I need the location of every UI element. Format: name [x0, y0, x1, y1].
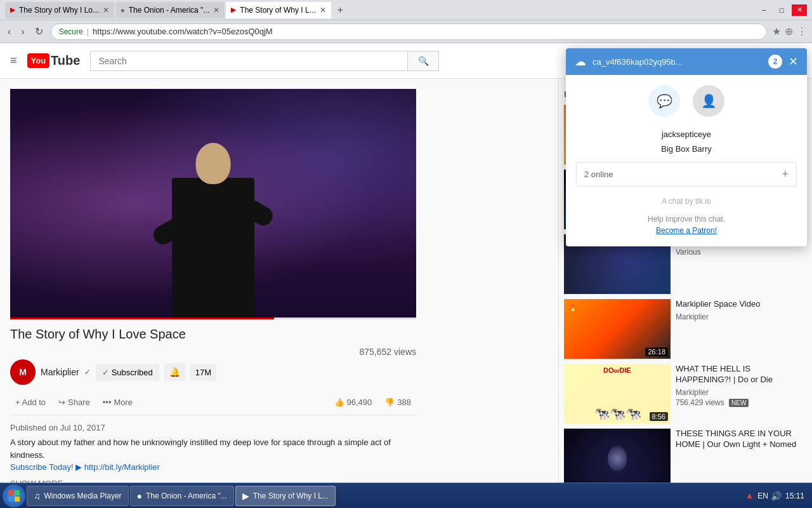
recommended-1[interactable]: DOorDIE 🐄🐄🐄 8:56 WHAT THE HELL IS HAPPEN…: [564, 364, 812, 424]
logo-blue: [8, 497, 13, 502]
extension-button[interactable]: ⊕: [785, 25, 793, 37]
publish-date: Published on Jul 10, 2017: [10, 423, 416, 432]
share-icon: ↪: [58, 398, 65, 407]
youtube-logo[interactable]: You Tube: [27, 53, 81, 68]
rec1-thumb: DOorDIE 🐄🐄🐄 8:56: [564, 364, 671, 424]
refresh-button[interactable]: ↻: [32, 25, 46, 37]
chat-id: ca_v4f636kap02yq95b...: [593, 57, 762, 67]
dots-icon: •••: [103, 398, 112, 407]
chat-add-button[interactable]: +: [782, 168, 789, 181]
chat-cloud-icon: ☁: [575, 55, 586, 69]
more-button[interactable]: ••• More: [98, 395, 138, 410]
onion-icon: ●: [137, 491, 142, 501]
minimize-button[interactable]: −: [756, 4, 771, 16]
checkmark-icon: ✓: [102, 368, 109, 377]
tab-3[interactable]: ▶ The Story of Why I L... ✕: [226, 2, 331, 18]
tab2-close[interactable]: ✕: [213, 6, 219, 15]
taskbar: ♫ Windows Media Player ● The Onion - Ame…: [0, 483, 812, 508]
speech-avatar: 💬: [648, 85, 680, 117]
subscribe-today-link[interactable]: Subscribe Today! ▶ http://bit.ly/Markipl…: [10, 462, 160, 472]
menu-button[interactable]: ⋮: [797, 25, 807, 37]
progress-fill: [10, 318, 274, 319]
tab-2[interactable]: ● The Onion - America "... ✕: [115, 2, 225, 18]
browser-titlebar: ▶ The Story of Why I Lo... ✕ ● The Onion…: [0, 0, 812, 20]
search-button[interactable]: 🔍: [407, 51, 439, 71]
taskbar-item-mediaplayer[interactable]: ♫ Windows Media Player: [27, 486, 129, 506]
sound-icon: 🔊: [771, 491, 782, 501]
mediaplayer-icon: ♫: [34, 491, 41, 501]
rec1-channel: Markiplier: [676, 388, 807, 397]
rec2-visual: [564, 429, 671, 485]
chat-avatars: 💬 👤: [576, 85, 797, 117]
recommended-2[interactable]: THESE THINGS ARE IN YOUR HOME | Our Own …: [564, 429, 812, 485]
channel-name[interactable]: Markiplier: [41, 367, 79, 377]
person-head: [196, 143, 231, 184]
chat-count: 2: [768, 55, 782, 69]
subscriber-count[interactable]: 17M: [190, 364, 216, 381]
tab1-close[interactable]: ✕: [103, 6, 109, 15]
chat-popup: ☁ ca_v4f636kap02yq95b... 2 ✕ 💬 👤 jacksep…: [566, 48, 807, 246]
youtube-logo-box: You: [27, 53, 50, 68]
sidebar-thumb-4: 🔥 26:18: [564, 299, 671, 359]
progress-bar[interactable]: [10, 318, 416, 319]
patron-link[interactable]: Become a Patron!: [656, 226, 717, 235]
channel-avatar[interactable]: M: [10, 359, 36, 385]
fire-text: 🔥: [564, 299, 671, 316]
video-title: The Story of Why I Love Space: [10, 327, 416, 342]
language-indicator: EN: [757, 491, 768, 500]
like-button[interactable]: 👍 96,490: [329, 395, 377, 410]
system-clock[interactable]: 15:11: [785, 491, 804, 500]
tab-1[interactable]: ▶ The Story of Why I Lo... ✕: [5, 2, 114, 18]
taskbar-item-onion[interactable]: ● The Onion - America "...: [130, 486, 234, 506]
sidebar-info-4: Markiplier Space Video Markiplier: [676, 299, 812, 359]
onion-label: The Onion - America "...: [146, 491, 227, 500]
person-body: [172, 178, 254, 318]
chat-close-button[interactable]: ✕: [789, 55, 798, 69]
menu-icon[interactable]: ≡: [10, 54, 17, 67]
sidebar-video-4[interactable]: 🔥 26:18 Markiplier Space Video Markiplie…: [564, 299, 812, 359]
window-controls: − □ ✕: [756, 4, 807, 16]
dislike-button[interactable]: 👎 388: [379, 395, 416, 410]
back-button[interactable]: ‹: [5, 26, 13, 37]
tab2-title: The Onion - America "...: [129, 6, 210, 15]
add-to-button[interactable]: + Add to: [10, 395, 51, 410]
share-button[interactable]: ↪ Share: [53, 395, 95, 410]
forward-button[interactable]: ›: [18, 26, 27, 37]
chat-header: ☁ ca_v4f636kap02yq95b... 2 ✕: [566, 48, 807, 75]
youtube-task-label: The Story of Why I L...: [253, 491, 329, 500]
rec2-info: THESE THINGS ARE IN YOUR HOME | Our Own …: [676, 429, 812, 485]
tab-bar: ▶ The Story of Why I Lo... ✕ ● The Onion…: [5, 0, 754, 20]
tray-icons: 🔺 EN 🔊: [744, 491, 782, 501]
network-icon: 🔺: [744, 491, 755, 501]
start-button[interactable]: [3, 485, 25, 507]
tab1-title: The Story of Why I Lo...: [19, 6, 99, 15]
chat-body: 💬 👤 jacksepticeye Big Box Barry 2 online…: [566, 75, 807, 246]
maximize-button[interactable]: □: [774, 4, 789, 16]
logo-green: [15, 490, 20, 495]
logo-red: [8, 490, 13, 495]
tab3-close[interactable]: ✕: [320, 6, 326, 15]
close-button[interactable]: ✕: [792, 4, 807, 16]
new-tab-button[interactable]: +: [332, 2, 348, 18]
video-person: [131, 114, 296, 318]
thumbs-down-icon: 👎: [384, 398, 395, 407]
rec1-info: WHAT THE HELL IS HAPPENING?! | Do or Die…: [676, 364, 812, 424]
user-avatar: 👤: [693, 85, 724, 117]
clock-time: 15:11: [785, 491, 804, 500]
bookmark-button[interactable]: ★: [772, 25, 781, 37]
chat-online-row: 2 online +: [576, 162, 797, 187]
verified-icon: ✓: [84, 368, 91, 377]
subscribe-button[interactable]: ✓ Subscribed: [96, 364, 159, 381]
search-input[interactable]: [90, 51, 407, 71]
taskbar-item-youtube[interactable]: ▶ The Story of Why I L...: [235, 486, 336, 506]
video-section: The Story of Why I Love Space 875,652 vi…: [0, 79, 558, 485]
chat-names: jacksepticeye Big Box Barry: [576, 127, 797, 157]
notification-button[interactable]: 🔔: [164, 363, 185, 381]
windows-logo: [8, 490, 20, 502]
video-player[interactable]: [10, 89, 416, 318]
address-bar[interactable]: Secure | https://www.youtube.com/watch?v…: [51, 23, 767, 40]
youtube-logo-text: Tube: [51, 53, 80, 68]
mediaplayer-label: Windows Media Player: [44, 491, 122, 500]
logo-yellow: [15, 497, 20, 502]
separator: |: [87, 27, 89, 36]
